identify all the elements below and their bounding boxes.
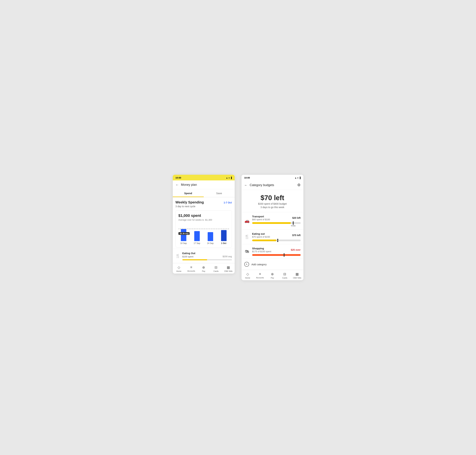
eating-status: $75 left bbox=[292, 234, 301, 237]
bar-3 bbox=[221, 230, 227, 241]
category-avg-0: $200 avg bbox=[223, 255, 232, 258]
accounts-label-2: Accounts bbox=[256, 277, 264, 279]
nav-header-left-1: ← Money plan bbox=[175, 183, 197, 187]
settings-icon[interactable]: ⚙ bbox=[297, 183, 301, 187]
wifi-icon-2: ♦ bbox=[297, 177, 298, 179]
hero-amount: $70 left bbox=[244, 194, 301, 202]
shopping-status: $25 over bbox=[291, 248, 301, 251]
chart-card: $1,000 spent Average over 52 weeks is -$… bbox=[175, 211, 232, 247]
nav-accounts-2[interactable]: ≡ Accounts bbox=[254, 271, 266, 280]
pay-icon-2: ⊕ bbox=[271, 272, 274, 276]
bar-label-0: 10 Sep bbox=[180, 242, 187, 244]
budget-info-eating: Eating out $75 spent of $150 bbox=[252, 232, 292, 238]
nav-header-1: ← Money plan bbox=[173, 180, 235, 189]
page-title-1: Money plan bbox=[181, 183, 197, 187]
bar-group-0: 10 Sep bbox=[178, 229, 189, 244]
shopping-today-marker bbox=[284, 253, 285, 257]
phones-container: 10:00 ▲ ♦ ▐ ← Money plan Spend Save bbox=[173, 175, 304, 280]
budget-row-eating: Eating out $75 spent of $150 $75 left bbox=[252, 232, 301, 238]
signal-icon-2: ▲ bbox=[295, 177, 297, 179]
category-row-0[interactable]: 🍴 Eating Out $100 spent $200 avg bbox=[173, 249, 235, 263]
transport-bar-fill bbox=[252, 222, 291, 224]
transport-today-marker bbox=[293, 221, 294, 225]
eating-bar-container bbox=[252, 240, 301, 241]
bar-2 bbox=[208, 232, 213, 241]
pay-label-2: Pay bbox=[271, 277, 274, 279]
content-2: $70 left $330 spent of $400 budget 3 day… bbox=[242, 190, 304, 270]
home-label-2: Home bbox=[245, 277, 250, 279]
eating-name: Eating out bbox=[252, 232, 292, 235]
eating-today-marker bbox=[277, 239, 278, 242]
transport-detail: $80 spent of $100 bbox=[252, 218, 292, 221]
bar-label-2: 24 Sep bbox=[207, 242, 213, 244]
pay-label-1: Pay bbox=[202, 270, 205, 272]
bar-label-1: 17 Sep bbox=[194, 242, 200, 244]
nav-accounts-1[interactable]: ≡ Accounts bbox=[185, 265, 197, 273]
transport-bar-container bbox=[252, 222, 301, 224]
back-button-1[interactable]: ← bbox=[175, 183, 179, 187]
nav-cards-2[interactable]: ⊟ Cards bbox=[279, 271, 291, 280]
eating-detail: $75 spent of $150 bbox=[252, 236, 292, 238]
avg-line: -$1.3k avg bbox=[178, 229, 229, 229]
budget-transport[interactable]: 🚗 Transport $80 spent of $100 $20 left t… bbox=[242, 212, 304, 230]
bar-group-3: 1 Oct bbox=[219, 230, 229, 244]
accounts-icon-1: ≡ bbox=[190, 265, 192, 269]
tabs-1: Spend Save bbox=[173, 189, 235, 197]
add-label: Add category bbox=[252, 263, 267, 266]
cards-label-1: Cards bbox=[213, 270, 219, 272]
bottom-nav-2: ◇ Home ≡ Accounts ⊕ Pay ⊟ Cards ▦ CBA Ye… bbox=[242, 270, 304, 280]
tab-spend[interactable]: Spend bbox=[173, 189, 204, 197]
bar-chart: -$1.3k avg 10 Sep 17 Sep 24 Sep bbox=[178, 224, 229, 244]
nav-pay-2[interactable]: ⊕ Pay bbox=[266, 271, 279, 280]
time-2: 10:00 bbox=[244, 177, 250, 179]
signal-icon-1: ▲ bbox=[226, 177, 228, 179]
transport-name: Transport bbox=[252, 215, 292, 218]
budget-eating-out[interactable]: 🍴 Eating out $75 spent of $150 $75 left bbox=[242, 230, 304, 244]
pay-icon-1: ⊕ bbox=[202, 265, 205, 269]
add-category-button[interactable]: + Add category bbox=[242, 259, 304, 270]
cards-label-2: Cards bbox=[282, 277, 287, 279]
cba-icon-2: ▦ bbox=[295, 272, 299, 276]
nav-cba-1[interactable]: ▦ CBA Yello bbox=[222, 265, 235, 273]
bar-0 bbox=[181, 229, 186, 241]
shopping-bar-container bbox=[252, 254, 301, 256]
bar-1 bbox=[194, 231, 200, 241]
spent-amount: $1,000 spent bbox=[178, 213, 229, 218]
status-bar-2: 10:00 ▲ ♦ ▐ bbox=[242, 175, 304, 180]
content-1: Weekly Spending 1-7 Oct 3 day to next cy… bbox=[173, 197, 235, 263]
shopping-name: Shopping bbox=[252, 247, 291, 250]
nav-header-2: ← Category budgets ⚙ bbox=[242, 180, 304, 190]
accounts-label-1: Accounts bbox=[187, 270, 195, 272]
cards-icon-2: ⊟ bbox=[283, 272, 286, 276]
eating-out-icon: 🍴 bbox=[175, 254, 180, 258]
eating-bar-fill bbox=[252, 240, 276, 241]
nav-cba-2[interactable]: ▦ CBA Yello bbox=[291, 271, 304, 280]
page-title-2: Category budgets bbox=[250, 183, 274, 187]
cards-icon-1: ⊟ bbox=[214, 265, 217, 269]
back-button-2[interactable]: ← bbox=[244, 183, 248, 187]
tab-save[interactable]: Save bbox=[204, 189, 235, 197]
transport-icon: 🚗 bbox=[244, 218, 250, 223]
transport-today-label: today bbox=[286, 225, 301, 227]
home-label-1: Home bbox=[176, 270, 181, 272]
section-title-row: Weekly Spending 1-7 Oct bbox=[175, 200, 232, 204]
bottom-nav-1: ◇ Home ≡ Accounts ⊕ Pay ⊟ Cards ▦ CBA Ye… bbox=[173, 263, 235, 274]
date-range: 1-7 Oct bbox=[224, 201, 232, 204]
avg-label: -$1.3k avg bbox=[178, 232, 190, 235]
section-header-1: Weekly Spending 1-7 Oct 3 day to next cy… bbox=[173, 197, 235, 209]
battery-icon-1: ▐ bbox=[230, 177, 232, 179]
bar-label-3: 1 Oct bbox=[221, 242, 226, 244]
nav-home-2[interactable]: ◇ Home bbox=[242, 271, 254, 280]
hero-days: 3 days to go this week bbox=[244, 206, 301, 209]
budget-shopping[interactable]: 🛍 Shopping $175 of $150 spent $25 over bbox=[242, 244, 304, 259]
nav-pay-1[interactable]: ⊕ Pay bbox=[197, 265, 210, 273]
nav-home-1[interactable]: ◇ Home bbox=[173, 265, 185, 273]
eating-out-icon-2: 🍴 bbox=[244, 234, 250, 239]
nav-header-left-2: ← Category budgets bbox=[244, 183, 274, 187]
shopping-detail: $175 of $150 spent bbox=[252, 250, 291, 253]
category-info-0: Eating Out $100 spent $200 avg bbox=[182, 252, 232, 260]
home-icon-2: ◇ bbox=[246, 272, 249, 276]
nav-cards-1[interactable]: ⊟ Cards bbox=[210, 265, 222, 273]
progress-fill-0 bbox=[182, 259, 207, 260]
budget-left-transport: Transport $80 spent of $100 $20 left tod… bbox=[252, 215, 301, 227]
